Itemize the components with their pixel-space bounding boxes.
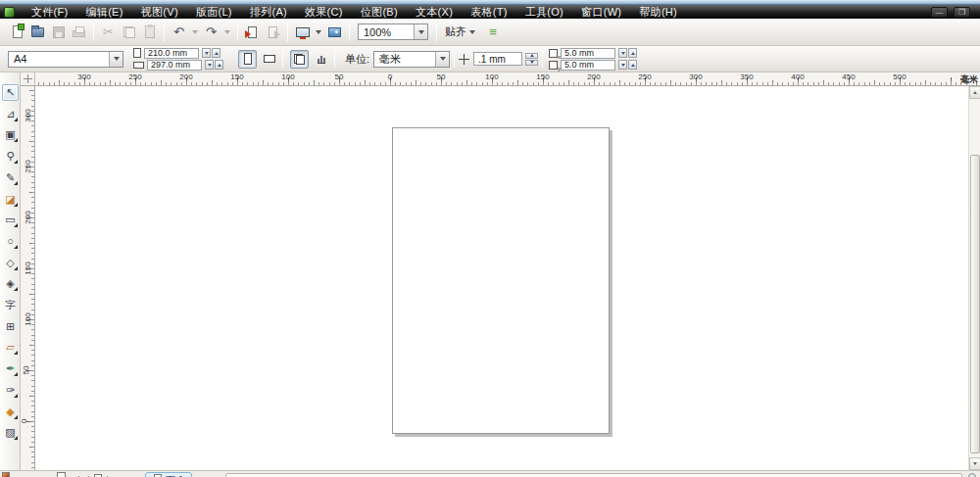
property-bar: A4 210.0 mm 297.0 mm 单位: 毫米 (0, 46, 980, 72)
menu-item[interactable]: 文本(X) (407, 5, 462, 19)
duplicate-x-spinner[interactable] (617, 48, 637, 58)
propbar-separator (542, 50, 543, 68)
propbar-separator (282, 50, 283, 68)
rectangle-tool[interactable]: ▭ (2, 212, 19, 228)
menu-item[interactable]: 编辑(E) (77, 5, 132, 19)
add-page-icon[interactable] (57, 472, 66, 477)
text-tool[interactable]: 字 (2, 297, 19, 313)
units-combo-arrow[interactable] (435, 52, 449, 67)
zoom-level-combo[interactable]: 100% (358, 24, 428, 40)
fill-tool[interactable]: ◆ (2, 404, 19, 420)
cut-icon: ✂ (103, 25, 114, 38)
outline-pen-tool[interactable]: ✑ (2, 382, 19, 399)
menu-item[interactable]: 表格(T) (462, 5, 516, 19)
app-icon[interactable] (4, 7, 15, 18)
menu-item[interactable]: 版面(L) (187, 5, 241, 19)
paper-width-spinner[interactable] (201, 48, 220, 58)
duplicate-y-field[interactable]: 5.0 mm (561, 60, 615, 71)
blend-tool[interactable]: ▱ (2, 339, 19, 356)
table-tool[interactable]: ⊞ (2, 318, 19, 335)
zoom-tool[interactable]: ⚲ (2, 148, 19, 165)
menu-item[interactable]: 位图(B) (352, 5, 407, 19)
bottom-bar: 页 1 (0, 470, 980, 477)
menu-item[interactable]: 窗口(W) (572, 5, 630, 19)
open-button[interactable] (27, 22, 48, 42)
copy-button[interactable] (119, 22, 139, 42)
undo-dropdown-arrow[interactable] (192, 30, 198, 34)
paper-preset-combo[interactable]: A4 (8, 51, 123, 68)
eyedropper-tool[interactable]: ✒ (2, 360, 19, 377)
polygon-tool[interactable]: ◇ (2, 255, 19, 271)
ellipse-tool[interactable]: ○ (2, 233, 19, 250)
print-button[interactable] (69, 22, 89, 42)
page-tab[interactable]: 页 1 (145, 472, 192, 477)
basic-shapes-tool[interactable]: ◈ (2, 275, 19, 292)
paste-button[interactable] (139, 22, 160, 42)
menu-item[interactable]: 视图(V) (132, 5, 187, 19)
ruler-number: 300 (689, 72, 702, 81)
menu-item[interactable]: 文件(F) (23, 5, 77, 19)
nudge-offset-icon (459, 54, 469, 65)
paper-preset-arrow[interactable] (109, 52, 122, 67)
nudge-offset-field[interactable]: .1 mm (473, 52, 522, 66)
ruler-origin-corner[interactable] (21, 72, 35, 86)
paper-height-spinner[interactable] (204, 60, 223, 70)
export-button[interactable] (263, 22, 283, 42)
horizontal-scrollbar[interactable] (225, 473, 962, 477)
ruler-number: 50 (22, 366, 30, 375)
units-combo[interactable]: 毫米 (373, 51, 450, 68)
paste-icon (145, 25, 155, 38)
duplicate-x-field[interactable]: 5.0 mm (561, 48, 615, 59)
duplicate-y-spinner[interactable] (617, 60, 637, 70)
ruler-number: 350 (740, 72, 753, 81)
ruler-number: 150 (536, 72, 549, 81)
paper-height-field[interactable]: 297.0 mm (147, 60, 202, 71)
import-button[interactable] (242, 22, 263, 42)
current-page-button[interactable] (312, 50, 330, 69)
ruler-number: 300 (77, 72, 90, 81)
drawing-canvas[interactable]: Bai du 经验 jingyan.baidu.com (35, 86, 968, 470)
nudge-spinner[interactable] (524, 53, 538, 66)
menu-item[interactable]: 效果(C) (296, 5, 352, 19)
application-launcher-button[interactable] (292, 22, 313, 42)
navigator-icon[interactable] (968, 473, 976, 477)
zoom-combo-arrow[interactable] (414, 24, 427, 39)
menu-item[interactable]: 工具(O) (516, 5, 572, 19)
paper-width-field[interactable]: 210.0 mm (144, 48, 199, 59)
ruler-number: 200 (179, 72, 192, 81)
horizontal-ruler[interactable]: 毫米 3002502001501005005010015020025030035… (35, 72, 980, 86)
vertical-scrollbar[interactable] (968, 86, 980, 470)
interactive-fill-tool[interactable]: ▨ (2, 424, 19, 441)
freehand-tool[interactable]: ✎ (2, 169, 19, 186)
redo-button[interactable]: ↷ (201, 22, 221, 42)
pick-tool[interactable]: ↖ (2, 84, 19, 101)
crop-tool[interactable]: ▣ (2, 126, 19, 143)
cut-button[interactable]: ✂ (98, 22, 119, 42)
units-label: 单位: (345, 52, 369, 67)
welcome-screen-button[interactable] (324, 22, 345, 42)
undo-icon: ↶ (173, 25, 184, 38)
new-document-button[interactable] (7, 22, 27, 42)
options-button[interactable]: ≡ (482, 22, 503, 42)
document-page[interactable] (392, 127, 610, 434)
menu-items: 文件(F)编辑(E)视图(V)版面(L)排列(A)效果(C)位图(B)文本(X)… (23, 5, 686, 19)
toolbar-separator (93, 24, 94, 41)
all-pages-button[interactable] (290, 50, 309, 69)
portrait-button[interactable] (238, 50, 257, 69)
minimize-button[interactable]: — (931, 7, 948, 18)
save-button[interactable] (48, 22, 69, 42)
landscape-button[interactable] (260, 50, 278, 69)
shape-tool[interactable]: ⊿ (2, 106, 19, 122)
menu-item[interactable]: 帮助(H) (630, 5, 686, 19)
launcher-dropdown-arrow[interactable] (316, 30, 321, 34)
snap-to-button[interactable]: 贴齐 (441, 23, 482, 42)
menu-item[interactable]: 排列(A) (241, 5, 296, 19)
vertical-scrollbar-thumb[interactable] (970, 155, 980, 453)
redo-dropdown-arrow[interactable] (224, 30, 230, 34)
vertical-ruler[interactable]: 300250200150100500 (21, 86, 35, 470)
undo-button[interactable]: ↶ (169, 22, 189, 42)
scroll-up-button[interactable] (969, 86, 980, 99)
scroll-down-button[interactable] (969, 457, 980, 470)
restore-button[interactable]: ❐ (954, 7, 970, 18)
smart-fill-tool[interactable]: ◪ (2, 191, 19, 208)
